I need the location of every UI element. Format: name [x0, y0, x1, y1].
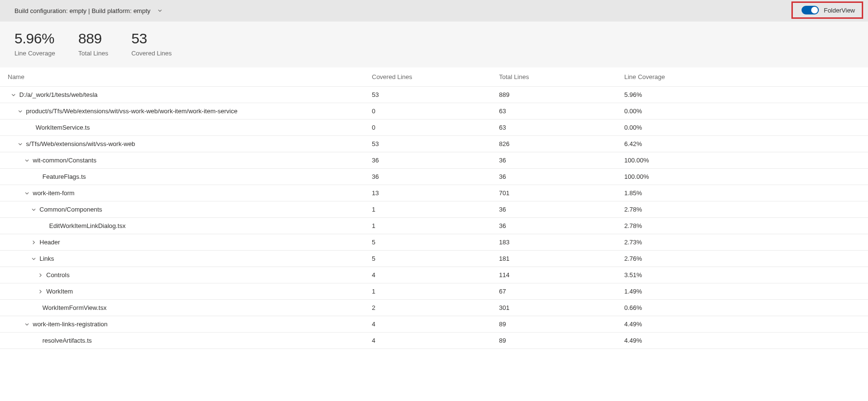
table-row[interactable]: Links51812.76%	[0, 251, 868, 267]
cell-name: D:/a/_work/1/tests/web/tesla	[8, 91, 372, 98]
cell-line-coverage: 100.00%	[624, 157, 860, 164]
table-row[interactable]: WorkItemService.ts0630.00%	[0, 120, 868, 136]
chevron-right-icon[interactable]	[38, 272, 43, 278]
cell-total-lines: 889	[499, 91, 624, 98]
chevron-down-icon[interactable]	[11, 92, 16, 98]
chevron-right-icon[interactable]	[31, 240, 37, 245]
row-name-text: Controls	[46, 271, 69, 279]
cell-covered-lines: 1	[372, 288, 499, 295]
cell-name: WorkItemService.ts	[8, 124, 372, 131]
cell-name: product/s/Tfs/Web/extensions/wit/vss-wor…	[8, 107, 372, 115]
table-row[interactable]: Controls41143.51%	[0, 267, 868, 283]
row-name-text: WorkItemFormView.tsx	[42, 304, 106, 311]
row-name-text: FeatureFlags.ts	[42, 173, 86, 180]
cell-total-lines: 89	[499, 337, 624, 344]
cell-line-coverage: 6.42%	[624, 140, 860, 147]
table-row[interactable]: D:/a/_work/1/tests/web/tesla538895.96%	[0, 87, 868, 103]
table-row[interactable]: wit-common/Constants3636100.00%	[0, 152, 868, 169]
row-name-text: wit-common/Constants	[33, 157, 96, 164]
folderview-toggle[interactable]	[802, 6, 819, 14]
build-config-text: Build configuration: empty | Build platf…	[14, 7, 150, 14]
cell-covered-lines: 4	[372, 321, 499, 328]
chevron-right-icon[interactable]	[38, 289, 43, 294]
cell-covered-lines: 36	[372, 157, 499, 164]
cell-covered-lines: 0	[372, 107, 499, 115]
stat-label: Covered Lines	[132, 50, 172, 57]
cell-line-coverage: 0.00%	[624, 107, 860, 115]
cell-line-coverage: 5.96%	[624, 91, 860, 98]
row-name-text: resolveArtifacts.ts	[42, 337, 92, 344]
table-row[interactable]: WorkItem1671.49%	[0, 283, 868, 300]
chevron-down-icon[interactable]	[17, 108, 23, 114]
chevron-down-icon	[157, 8, 163, 13]
row-name-text: work-item-form	[33, 189, 75, 197]
row-name-text: product/s/Tfs/Web/extensions/wit/vss-wor…	[26, 107, 237, 115]
cell-name: Links	[8, 255, 372, 262]
cell-covered-lines: 0	[372, 124, 499, 131]
column-header-coverage[interactable]: Line Coverage	[624, 73, 860, 80]
table-row[interactable]: product/s/Tfs/Web/extensions/wit/vss-wor…	[0, 103, 868, 120]
chevron-down-icon[interactable]	[24, 158, 30, 163]
row-name-text: WorkItem	[46, 288, 73, 295]
cell-name: WorkItem	[8, 288, 372, 295]
table-row[interactable]: resolveArtifacts.ts4894.49%	[0, 333, 868, 349]
stats-bar: 5.96% Line Coverage 889 Total Lines 53 C…	[0, 21, 868, 67]
cell-covered-lines: 53	[372, 91, 499, 98]
chevron-down-icon[interactable]	[31, 207, 37, 213]
table-header-row: Name Covered Lines Total Lines Line Cove…	[0, 67, 868, 87]
cell-line-coverage: 1.49%	[624, 288, 860, 295]
row-name-text: work-item-links-registration	[33, 321, 107, 328]
chevron-down-icon[interactable]	[17, 141, 23, 147]
cell-line-coverage: 2.78%	[624, 222, 860, 229]
folderview-label: FolderView	[824, 7, 855, 14]
cell-name: EditWorkItemLinkDialog.tsx	[8, 222, 372, 229]
cell-total-lines: 36	[499, 206, 624, 213]
chevron-down-icon[interactable]	[24, 190, 30, 196]
cell-covered-lines: 2	[372, 304, 499, 311]
cell-total-lines: 63	[499, 124, 624, 131]
stat-value: 53	[132, 30, 172, 47]
chevron-down-icon[interactable]	[24, 321, 30, 327]
table-row[interactable]: EditWorkItemLinkDialog.tsx1362.78%	[0, 218, 868, 234]
column-header-total[interactable]: Total Lines	[499, 73, 624, 80]
table-row[interactable]: WorkItemFormView.tsx23010.66%	[0, 300, 868, 316]
row-name-text: Links	[39, 255, 54, 262]
stat-line-coverage: 5.96% Line Coverage	[14, 30, 55, 57]
cell-covered-lines: 1	[372, 206, 499, 213]
cell-line-coverage: 4.49%	[624, 337, 860, 344]
folderview-highlight-box: FolderView	[791, 1, 863, 19]
chevron-down-icon[interactable]	[31, 256, 37, 262]
cell-total-lines: 36	[499, 157, 624, 164]
cell-total-lines: 36	[499, 173, 624, 180]
table-row[interactable]: s/Tfs/Web/extensions/wit/vss-work-web538…	[0, 136, 868, 152]
row-name-text: Header	[39, 239, 60, 246]
cell-line-coverage: 3.51%	[624, 271, 860, 279]
cell-name: s/Tfs/Web/extensions/wit/vss-work-web	[8, 140, 372, 147]
table-row[interactable]: Header51832.73%	[0, 234, 868, 251]
cell-name: Controls	[8, 271, 372, 279]
table-row[interactable]: work-item-links-registration4894.49%	[0, 316, 868, 333]
stat-total-lines: 889 Total Lines	[79, 30, 108, 57]
cell-line-coverage: 2.76%	[624, 255, 860, 262]
cell-total-lines: 63	[499, 107, 624, 115]
table-row[interactable]: work-item-form137011.85%	[0, 185, 868, 201]
cell-line-coverage: 100.00%	[624, 173, 860, 180]
cell-covered-lines: 36	[372, 173, 499, 180]
cell-total-lines: 181	[499, 255, 624, 262]
cell-line-coverage: 2.78%	[624, 206, 860, 213]
table-row[interactable]: Common/Components1362.78%	[0, 201, 868, 218]
cell-name: Header	[8, 239, 372, 246]
column-header-covered[interactable]: Covered Lines	[372, 73, 499, 80]
table-row[interactable]: FeatureFlags.ts3636100.00%	[0, 169, 868, 185]
cell-total-lines: 183	[499, 239, 624, 246]
cell-covered-lines: 53	[372, 140, 499, 147]
cell-covered-lines: 4	[372, 271, 499, 279]
cell-total-lines: 826	[499, 140, 624, 147]
stat-covered-lines: 53 Covered Lines	[132, 30, 172, 57]
column-header-name[interactable]: Name	[8, 73, 372, 80]
cell-name: wit-common/Constants	[8, 157, 372, 164]
cell-total-lines: 36	[499, 222, 624, 229]
cell-total-lines: 89	[499, 321, 624, 328]
build-config-dropdown[interactable]: Build configuration: empty | Build platf…	[14, 7, 163, 14]
row-name-text: s/Tfs/Web/extensions/wit/vss-work-web	[26, 140, 135, 147]
